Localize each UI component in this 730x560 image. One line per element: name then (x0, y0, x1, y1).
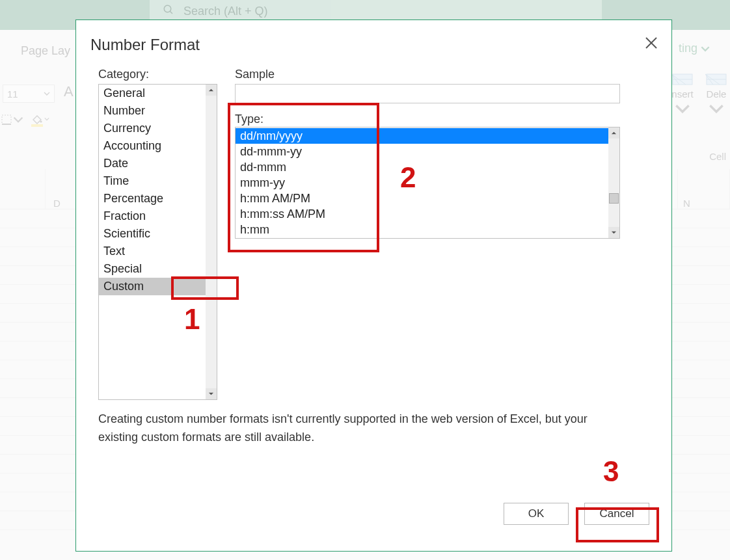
scroll-up-button[interactable] (206, 85, 217, 96)
chevron-up-icon (208, 87, 214, 93)
type-item[interactable]: dd-mmm (236, 159, 608, 175)
category-item[interactable]: Custom (99, 278, 206, 295)
category-item[interactable]: Currency (99, 120, 206, 137)
category-item[interactable]: Scientific (99, 225, 206, 243)
chevron-up-icon (611, 130, 617, 136)
category-item[interactable]: Time (99, 172, 206, 190)
dialog-title: Number Format (90, 36, 200, 54)
category-listbox[interactable]: GeneralNumberCurrencyAccountingDateTimeP… (98, 84, 217, 400)
category-item[interactable]: General (99, 85, 206, 102)
scroll-down-button[interactable] (608, 227, 619, 238)
ok-button[interactable]: OK (504, 503, 569, 525)
type-listbox[interactable]: dd/mm/yyyydd-mmm-yydd-mmmmmm-yyh:mm AM/P… (235, 127, 620, 239)
category-item[interactable]: Date (99, 155, 206, 172)
sample-label: Sample (235, 68, 275, 81)
type-scrollbar[interactable] (608, 127, 619, 238)
type-item[interactable]: h:mm AM/PM (236, 191, 608, 206)
type-item[interactable]: dd-mmm-yy (236, 144, 608, 159)
category-label: Category: (98, 68, 149, 81)
chevron-down-icon (611, 230, 617, 235)
number-format-dialog: Number Format Category: Sample Type: Gen… (75, 20, 672, 552)
category-item[interactable]: Special (99, 260, 206, 278)
type-item[interactable]: h:mm (236, 222, 608, 237)
chevron-down-icon (208, 391, 214, 397)
sample-value-box (235, 84, 620, 103)
scrollbar-track[interactable] (608, 139, 619, 227)
category-scrollbar[interactable] (206, 85, 217, 399)
scroll-up-button[interactable] (608, 127, 619, 139)
scrollbar-thumb[interactable] (609, 193, 619, 204)
close-icon (644, 41, 658, 52)
category-item[interactable]: Text (99, 243, 206, 260)
category-item[interactable]: Percentage (99, 190, 206, 207)
dialog-note-text: Creating custom number formats isn't cur… (98, 410, 593, 446)
close-button[interactable] (644, 36, 658, 50)
scroll-down-button[interactable] (206, 388, 217, 399)
type-item[interactable]: mmm-yy (236, 175, 608, 191)
category-item[interactable]: Accounting (99, 137, 206, 155)
cancel-button[interactable]: Cancel (584, 503, 649, 525)
type-item[interactable]: h:mm:ss AM/PM (236, 206, 608, 222)
category-item[interactable]: Number (99, 102, 206, 120)
type-item[interactable]: dd/mm/yyyy (236, 128, 608, 144)
scrollbar-track[interactable] (206, 96, 217, 388)
type-label: Type: (235, 113, 264, 126)
category-item[interactable]: Fraction (99, 207, 206, 225)
